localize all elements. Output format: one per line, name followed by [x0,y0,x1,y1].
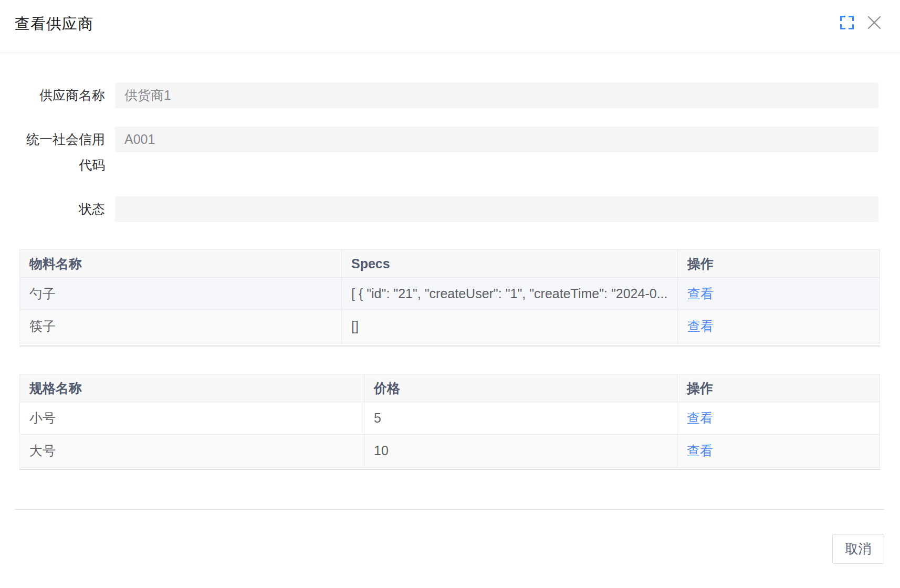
header-divider [0,52,900,53]
status-input[interactable] [115,196,878,222]
table-cell: 查看 [678,278,880,310]
materials-row2-name: 筷子 [20,310,342,343]
fullscreen-icon[interactable] [840,16,854,29]
specs-row2-view-link[interactable]: 查看 [687,443,713,458]
specs-table: 规格名称 价格 操作 小号 5 查看 大号 10 查看 [19,374,880,468]
table-cell: 查看 [677,435,880,467]
specs-header-price: 价格 [364,374,677,402]
materials-row1-name: 勺子 [20,278,342,310]
materials-table-bottom-border [19,345,880,346]
materials-table: 物料名称 Specs 操作 勺子 [ { "id": "21", "create… [19,249,880,343]
supplier-name-field-row: 供应商名称 [0,82,900,108]
table-cell: 查看 [677,402,880,435]
materials-row2-specs: [] [342,310,678,343]
supplier-name-input[interactable] [115,82,878,108]
cancel-button[interactable]: 取消 [832,534,884,564]
specs-header-action: 操作 [677,374,880,402]
status-label: 状态 [16,196,105,222]
materials-row1-specs: [ { "id": "21", "createUser": "1", "crea… [342,278,678,310]
supplier-name-label: 供应商名称 [16,82,105,108]
materials-header-action: 操作 [678,250,880,278]
credit-code-field-row: 统一社会信用代码 [0,127,900,178]
materials-header-name: 物料名称 [20,250,342,278]
specs-row1-view-link[interactable]: 查看 [687,411,713,425]
specs-row2-price: 10 [364,435,677,467]
materials-row1-view-link[interactable]: 查看 [687,286,714,301]
materials-row2-view-link[interactable]: 查看 [687,319,714,333]
status-field-row: 状态 [0,196,900,222]
credit-code-input[interactable] [115,127,878,152]
dialog-title: 查看供应商 [15,14,93,35]
materials-header-specs: Specs [342,250,678,278]
dialog-header-actions [840,15,882,30]
view-supplier-dialog: 查看供应商 供应商名称 统一社会信用代码 状态 物料名称 [0,0,900,588]
specs-row2-name: 大号 [20,435,364,467]
footer-divider [15,509,884,510]
table-cell: 查看 [678,310,880,343]
specs-row1-price: 5 [364,402,677,435]
specs-header-name: 规格名称 [20,374,364,402]
specs-row1-name: 小号 [20,402,364,435]
credit-code-label: 统一社会信用代码 [16,127,105,178]
close-icon[interactable] [866,15,882,30]
specs-table-bottom-border [19,469,880,470]
